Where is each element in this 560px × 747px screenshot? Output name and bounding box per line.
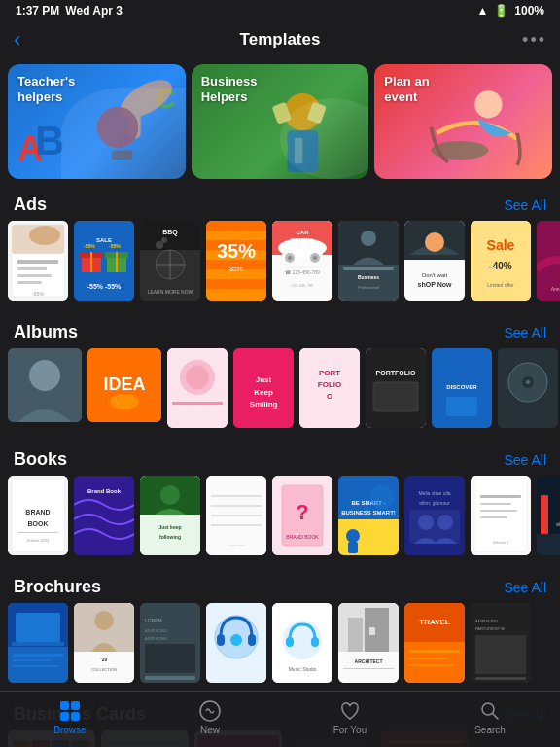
svg-text:Sale: Sale bbox=[487, 237, 515, 253]
status-bar: 1:37 PM Wed Apr 3 ▲ 🔋 100% bbox=[0, 0, 560, 21]
book-template-9[interactable]: Melia vitae elitm, glamour bbox=[537, 476, 560, 555]
ad-template-9[interactable]: Anna, glamour bbox=[537, 221, 560, 301]
svg-text:35%: 35% bbox=[217, 240, 256, 262]
svg-point-0 bbox=[115, 72, 178, 124]
ad-template-7[interactable]: Don't wait shOP Now bbox=[404, 221, 465, 301]
svg-point-54 bbox=[288, 256, 292, 260]
teachers-illustration bbox=[61, 64, 186, 179]
svg-text:BBQ: BBQ bbox=[162, 229, 178, 236]
svg-rect-205 bbox=[475, 677, 526, 680]
svg-point-80 bbox=[29, 360, 60, 391]
back-button[interactable]: ‹ bbox=[14, 29, 20, 51]
svg-text:Smiling: Smiling bbox=[250, 400, 278, 409]
svg-point-15 bbox=[29, 226, 60, 245]
books-title: Books bbox=[14, 449, 67, 470]
album-template-8[interactable] bbox=[498, 348, 558, 428]
svg-rect-145 bbox=[409, 510, 460, 544]
hero-business[interactable]: BusinessHelpers bbox=[192, 64, 369, 179]
svg-text:following: following bbox=[159, 534, 181, 540]
svg-text:Brand Book: Brand Book bbox=[88, 488, 122, 494]
albums-see-all[interactable]: See All bbox=[504, 325, 546, 340]
book-template-7[interactable]: Melia vitae ulla elitm, glamour bbox=[404, 476, 465, 555]
ad-template-3[interactable]: BBQ LEARN MORE NOW bbox=[140, 221, 200, 301]
ad-template-4[interactable]: 35% 35% bbox=[206, 221, 266, 301]
svg-text:PARTURIENT M: PARTURIENT M bbox=[475, 626, 505, 631]
tab-new[interactable]: New bbox=[140, 699, 280, 735]
svg-text:shOP Now: shOP Now bbox=[418, 281, 452, 288]
brochure-8-img: ADIPISCING PARTURIENT M bbox=[471, 603, 531, 683]
svg-text:DISCOVER: DISCOVER bbox=[446, 384, 477, 390]
svg-rect-127 bbox=[211, 505, 262, 507]
book-template-1[interactable]: BRAND BOOK Edition 2023 bbox=[8, 476, 68, 555]
brochures-row: '20 COLLECTION LOREM ADIPISCING ADIPISCI… bbox=[0, 603, 560, 693]
ad-template-5[interactable]: CAR RENTAL ☎ 123-456-789 123-456-789 bbox=[272, 221, 332, 301]
album-template-7[interactable]: DISCOVER bbox=[432, 348, 492, 428]
album-template-4[interactable]: Just Keep Smiling bbox=[233, 348, 294, 428]
svg-rect-129 bbox=[211, 524, 262, 526]
book-template-3[interactable]: Just keep following bbox=[140, 476, 200, 555]
brochure-template-8[interactable]: ADIPISCING PARTURIENT M bbox=[471, 603, 531, 683]
svg-text:123-456-789: 123-456-789 bbox=[292, 283, 314, 288]
svg-rect-151 bbox=[480, 503, 511, 505]
ads-header: Ads See All bbox=[0, 185, 560, 221]
ad-template-6[interactable]: Business Professional bbox=[338, 221, 399, 301]
album-template-6[interactable]: PORTFOLIO bbox=[366, 348, 426, 428]
book-4-img: ................. bbox=[206, 476, 266, 555]
svg-text:-55%: -55% bbox=[84, 243, 95, 249]
book-template-5[interactable]: ? BRAND BOOK bbox=[272, 476, 332, 555]
svg-rect-204 bbox=[475, 635, 526, 674]
ad-template-8[interactable]: Sale -40% Limited offer bbox=[471, 221, 531, 301]
hero-event-label: Plan anevent bbox=[384, 74, 429, 104]
brochure-template-4[interactable] bbox=[206, 603, 266, 683]
tab-search[interactable]: Search bbox=[420, 699, 560, 735]
album-1-img bbox=[8, 348, 82, 422]
svg-text:Just keep: Just keep bbox=[158, 524, 181, 530]
svg-text:BUSINESS SMART!: BUSINESS SMART! bbox=[341, 510, 396, 516]
svg-point-68 bbox=[425, 232, 444, 252]
hero-teachers[interactable]: Teacher'shelpers A B C bbox=[8, 64, 186, 179]
hero-event[interactable]: Plan anevent bbox=[374, 64, 552, 179]
brochure-template-1[interactable] bbox=[8, 603, 68, 683]
svg-text:CAR: CAR bbox=[297, 230, 310, 235]
ad-template-2[interactable]: SALE -55% -55% -55% -55% bbox=[74, 221, 134, 301]
svg-text:PORT: PORT bbox=[319, 369, 340, 377]
brochures-see-all[interactable]: See All bbox=[504, 580, 546, 595]
svg-rect-157 bbox=[541, 495, 548, 534]
book-template-4[interactable]: ................. bbox=[206, 476, 266, 555]
svg-rect-141 bbox=[348, 542, 358, 553]
svg-text:LOREM: LOREM bbox=[145, 618, 162, 623]
svg-rect-162 bbox=[16, 613, 60, 642]
svg-text:BRAND BOOK: BRAND BOOK bbox=[286, 534, 319, 540]
brochures-section: Brochures See All bbox=[0, 567, 560, 693]
status-date: Wed Apr 3 bbox=[65, 4, 122, 18]
svg-rect-192 bbox=[369, 627, 375, 635]
ads-see-all[interactable]: See All bbox=[504, 197, 546, 213]
ad-card-5-img: CAR RENTAL ☎ 123-456-789 123-456-789 bbox=[272, 221, 332, 301]
album-6-img: PORTFOLIO bbox=[366, 348, 426, 428]
book-template-6[interactable]: BE SMART - BUSINESS SMART! bbox=[338, 476, 399, 555]
tab-foryou[interactable]: For You bbox=[280, 699, 420, 735]
svg-text:RENTAL: RENTAL bbox=[291, 237, 314, 243]
brochures-title: Brochures bbox=[14, 577, 101, 597]
svg-text:BRAND: BRAND bbox=[25, 509, 50, 516]
ad-template-1[interactable]: -55% bbox=[8, 221, 68, 301]
svg-text:?: ? bbox=[296, 500, 308, 524]
brochure-template-6[interactable]: ARCHITECT bbox=[338, 603, 399, 683]
more-button[interactable]: ••• bbox=[522, 30, 546, 51]
book-template-8[interactable]: Volume 1 bbox=[471, 476, 531, 555]
album-8-img bbox=[498, 348, 558, 428]
ad-card-8-img: Sale -40% Limited offer bbox=[471, 221, 531, 301]
tab-browse[interactable]: Browse bbox=[0, 699, 140, 735]
brochure-template-3[interactable]: LOREM ADIPISCING ADIPISCING bbox=[140, 603, 200, 683]
album-template-1[interactable] bbox=[8, 348, 82, 422]
album-template-5[interactable]: PORT FOLIO O bbox=[299, 348, 360, 428]
svg-point-146 bbox=[418, 515, 434, 530]
brochure-template-5[interactable]: Music Studio bbox=[272, 603, 332, 683]
book-template-2[interactable]: Brand Book bbox=[74, 476, 134, 555]
album-template-2[interactable]: IDEA bbox=[88, 348, 161, 422]
brochure-template-7[interactable]: TRAVEL bbox=[404, 603, 465, 683]
books-see-all[interactable]: See All bbox=[504, 452, 546, 468]
svg-point-140 bbox=[346, 529, 360, 543]
brochure-template-2[interactable]: '20 COLLECTION bbox=[74, 603, 134, 683]
album-template-3[interactable] bbox=[167, 348, 228, 428]
